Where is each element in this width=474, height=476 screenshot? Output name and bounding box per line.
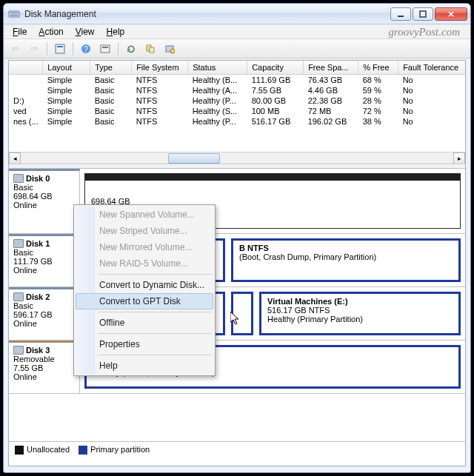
disk-status: Online	[13, 372, 75, 381]
titlebar[interactable]: Disk Management	[4, 4, 470, 24]
disk-icon	[13, 346, 24, 355]
table-row[interactable]: SimpleBasicNTFSHealthy (B...111.69 GB76.…	[9, 75, 465, 86]
back-button[interactable]: ⇦	[7, 41, 23, 57]
scroll-thumb[interactable]	[168, 153, 220, 164]
table-header-row: Layout Type File System Status Capacity …	[9, 61, 465, 75]
table-cell: Healthy (P...	[188, 116, 247, 127]
disk-status: Online	[13, 319, 75, 328]
col-capacity[interactable]: Capacity	[247, 61, 304, 75]
table-row[interactable]: vedSimpleBasicNTFSHealthy (S...100 MB72 …	[9, 106, 465, 116]
scroll-right-arrow[interactable]: ▸	[453, 152, 465, 164]
menu-file[interactable]: File	[7, 25, 33, 38]
table-cell: NTFS	[132, 116, 188, 127]
horizontal-scrollbar[interactable]: ◂ ▸	[9, 152, 465, 164]
close-button[interactable]	[435, 7, 467, 21]
partition-primary[interactable]: Virtual Machines (E:) 516.17 GB NTFS Hea…	[259, 292, 461, 335]
table-cell: Basic	[90, 95, 132, 106]
legend-unallocated: Unallocated	[15, 445, 70, 455]
minimize-button[interactable]	[390, 7, 411, 21]
context-menu-separator	[98, 333, 212, 334]
table-cell: nes (...	[9, 116, 43, 127]
partition-primary[interactable]: B NTFS (Boot, Crash Dump, Primary Partit…	[231, 238, 461, 282]
table-cell: Simple	[43, 116, 90, 127]
table-row[interactable]: nes (...SimpleBasicNTFSHealthy (P...516.…	[9, 116, 465, 127]
context-menu-item[interactable]: Convert to GPT Disk	[76, 293, 213, 309]
table-cell: Simple	[43, 106, 90, 116]
disk-label-0[interactable]: Disk 0 Basic 698.64 GB Online	[9, 169, 80, 233]
partition-small[interactable]	[231, 292, 253, 335]
col-status[interactable]: Status	[188, 61, 247, 75]
window: Disk Management File Action View Help gr…	[3, 3, 471, 473]
table-row[interactable]: D:)SimpleBasicNTFSHealthy (P...80.00 GB2…	[9, 95, 465, 106]
table-cell: 59 %	[358, 85, 398, 95]
table-cell: Basic	[90, 116, 132, 127]
table-cell: Simple	[43, 85, 90, 95]
disk-name: Disk 3	[26, 346, 50, 355]
table-cell: 4.46 GB	[304, 85, 358, 95]
svg-text:?: ?	[84, 45, 88, 53]
table-row[interactable]: SimpleBasicNTFSHealthy (A...7.55 GB4.46 …	[9, 85, 465, 95]
col-type[interactable]: Type	[90, 61, 132, 75]
svg-rect-1	[10, 13, 18, 13]
context-menu-item: New Spanned Volume...	[76, 207, 213, 223]
menu-action[interactable]: Action	[33, 25, 69, 38]
table-cell: Healthy (S...	[188, 106, 247, 116]
table-cell: NTFS	[132, 85, 188, 95]
app-icon	[8, 8, 20, 20]
table-cell: No	[398, 106, 465, 116]
swatch-blue	[79, 446, 87, 455]
col-volume[interactable]	[9, 61, 43, 75]
table-cell: 22.38 GB	[304, 95, 358, 106]
toolbar: ⇦ ⇨ ?	[4, 39, 470, 58]
toolbar-icon-c[interactable]	[142, 41, 158, 57]
table-cell: 72 %	[358, 106, 398, 116]
col-pctfree[interactable]: % Free	[358, 61, 398, 75]
table-cell: ved	[9, 106, 43, 116]
svg-rect-4	[420, 11, 426, 17]
disk-icon	[13, 174, 24, 183]
disk-label-3[interactable]: Disk 3 Removable 7.55 GB Online	[9, 341, 80, 393]
disk-label-1[interactable]: Disk 1 Basic 111.79 GB Online	[9, 234, 80, 286]
forward-button[interactable]: ⇨	[26, 41, 42, 57]
disk-label-2[interactable]: Disk 2 Basic 596.17 GB Online	[9, 287, 80, 340]
menu-help[interactable]: Help	[101, 25, 131, 38]
context-menu-item[interactable]: Properties	[76, 336, 213, 352]
menu-view[interactable]: View	[70, 25, 101, 38]
scroll-track[interactable]	[21, 152, 453, 164]
disk-name: Disk 2	[26, 292, 50, 301]
toolbar-icon-b[interactable]	[97, 41, 113, 57]
swatch-black	[15, 446, 24, 455]
col-freespace[interactable]: Free Spa...	[304, 61, 358, 75]
separator	[73, 42, 73, 56]
table-cell: 7.55 GB	[247, 85, 304, 95]
disk-size: 111.79 GB	[13, 257, 75, 266]
disk-name: Disk 0	[26, 174, 50, 183]
table-cell: 111.69 GB	[247, 75, 304, 86]
context-menu-separator	[98, 355, 212, 355]
refresh-button[interactable]	[123, 41, 139, 57]
toolbar-icon-d[interactable]	[161, 41, 178, 57]
context-menu-separator	[98, 274, 212, 275]
context-menu-item[interactable]: Convert to Dynamic Disk...	[76, 277, 213, 293]
separator	[118, 42, 118, 56]
svg-rect-10	[102, 47, 108, 48]
table-cell: NTFS	[132, 95, 188, 106]
disk-status: Online	[13, 266, 75, 275]
volume-list[interactable]: Layout Type File System Status Capacity …	[9, 61, 465, 164]
context-menu-item[interactable]: Offline	[76, 315, 213, 331]
scroll-left-arrow[interactable]: ◂	[9, 152, 21, 164]
disk-icon	[13, 239, 24, 248]
context-menu-separator	[98, 312, 212, 312]
col-fault[interactable]: Fault Tolerance	[398, 61, 465, 75]
svg-point-14	[170, 49, 175, 53]
toolbar-icon-a[interactable]	[52, 41, 68, 57]
table-cell: Healthy (A...	[188, 85, 247, 95]
maximize-button[interactable]	[413, 7, 433, 21]
help-button[interactable]: ?	[78, 41, 94, 57]
context-menu-item[interactable]: Help	[76, 358, 213, 374]
col-filesystem[interactable]: File System	[132, 61, 188, 75]
svg-rect-12	[150, 47, 154, 53]
disk-type: Basic	[13, 301, 75, 310]
svg-rect-5	[56, 44, 64, 53]
col-layout[interactable]: Layout	[43, 61, 90, 75]
